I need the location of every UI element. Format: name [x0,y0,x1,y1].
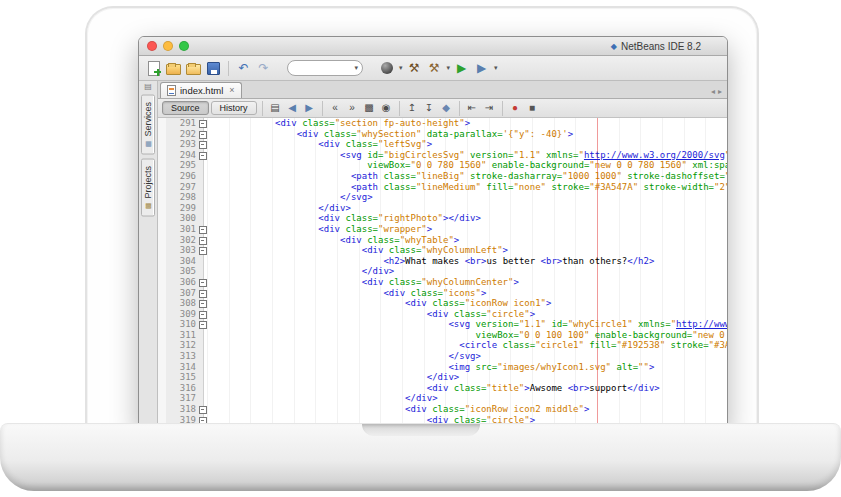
fold-margin [199,372,207,383]
line-number: 295 [158,160,199,171]
code-fold-toggle[interactable] [199,298,207,309]
code-line: 298 </svg> [158,192,727,203]
previous-bookmark-icon[interactable]: ↥ [405,101,420,115]
project-configuration-icon[interactable] [378,60,395,77]
run-project-icon[interactable]: ▶ [453,60,470,77]
minimize-window-button[interactable] [163,41,173,51]
code-line: 292 <div class="whySection" data-paralla… [158,129,727,140]
incremental-search-icon[interactable]: ◉ [379,101,394,115]
fold-margin [199,192,207,203]
tab-scroll-right-icon[interactable]: ▸ [718,87,722,96]
zoom-window-button[interactable] [179,41,189,51]
line-number: 293 [158,139,199,150]
code-lines: 291 <div class="section fp-auto-height">… [158,118,727,425]
code-editor[interactable]: 291 <div class="section fp-auto-height">… [158,118,727,429]
toggle-highlight-search-icon[interactable]: ▩ [362,101,377,115]
code-line: 303 <div class="whyColumnLeft"> [158,245,727,256]
code-fold-toggle[interactable] [199,288,207,299]
open-project-icon[interactable] [185,60,202,77]
forward-icon[interactable]: ▶ [302,101,317,115]
quick-search-box[interactable]: ▾ [287,60,363,76]
fold-margin [199,340,207,351]
code-text: viewBox="0 0 100 100" enable-background=… [207,330,727,341]
line-number: 313 [158,351,199,362]
start-macro-recording-icon[interactable]: ● [508,101,523,115]
fold-margin [199,256,207,267]
code-fold-toggle[interactable] [199,139,207,150]
line-number: 292 [158,129,199,140]
sidebar-tab-projects[interactable]: ▩Projects [141,159,155,217]
left-panel-strip: ▤▦Services▩Projects [139,81,158,429]
close-window-button[interactable] [147,41,157,51]
code-fold-toggle[interactable] [199,224,207,235]
build-project-icon[interactable]: ⚒ [406,60,423,77]
toggle-bookmark-icon[interactable]: ◆ [439,101,454,115]
code-line: 306 <div class="whyColumnCenter"> [158,277,727,288]
toolbar-separator [399,101,400,116]
save-all-icon[interactable] [205,60,222,77]
find-next-occurrence-icon[interactable]: » [345,101,360,115]
line-number: 309 [158,309,199,320]
code-text: <path class="lineBig" stroke-dasharray="… [207,171,727,182]
fold-margin [199,182,207,193]
code-text: <h2>What makes <br>us better <br>than ot… [207,256,727,267]
fold-margin [199,171,207,182]
tab-close-icon[interactable]: × [229,86,234,95]
line-number: 291 [158,118,199,129]
main-toolbar: ↶↷▾▾⚒⚒▾▶▶▾ [139,56,727,81]
clean-build-project-icon[interactable]: ⚒ [426,60,443,77]
code-fold-toggle[interactable] [199,118,207,129]
last-edit-position-icon[interactable]: ▤ [268,101,283,115]
new-project-icon[interactable] [165,60,182,77]
line-number: 312 [158,340,199,351]
toolbar-separator [502,101,503,116]
redo-icon[interactable]: ↷ [255,60,272,77]
code-fold-toggle[interactable] [199,404,207,415]
minimized-windows-icon[interactable]: ▤ [144,83,152,91]
stop-macro-recording-icon[interactable]: ■ [525,101,540,115]
code-fold-toggle[interactable] [199,277,207,288]
code-line: 293 <div class="leftSvg"> [158,139,727,150]
fold-margin [199,351,207,362]
history-view-button[interactable]: History [211,101,257,115]
next-bookmark-icon[interactable]: ↧ [422,101,437,115]
back-icon[interactable]: ◀ [285,101,300,115]
code-fold-toggle[interactable] [199,245,207,256]
code-text: </div> [207,372,727,383]
line-number: 308 [158,298,199,309]
undo-icon[interactable]: ↶ [235,60,252,77]
netbeans-logo-icon: ◆ [611,42,617,51]
code-text: <div class="icons"> [207,288,727,299]
code-fold-toggle[interactable] [199,319,207,330]
code-fold-toggle[interactable] [199,235,207,246]
code-text: viewBox="0 0 780 1560" enable-background… [207,160,727,171]
laptop-mockup: ◆NetBeans IDE 8.2 ↶↷▾▾⚒⚒▾▶▶▾ ▤▦Services▩… [0,0,841,497]
fold-margin [199,160,207,171]
editor-tab-index-html[interactable]: index.html× [160,82,242,98]
code-text: <div class="rightPhoto"></div> [207,213,727,224]
shift-line-left-icon[interactable]: ⇤ [465,101,480,115]
code-line: 305 </div> [158,266,727,277]
code-text: </svg> [207,351,727,362]
line-number: 298 [158,192,199,203]
find-previous-occurrence-icon[interactable]: « [328,101,343,115]
code-fold-toggle[interactable] [199,129,207,140]
new-file-icon[interactable] [145,60,162,77]
dropdown-arrow-icon: ▾ [399,64,403,72]
sidebar-tab-services[interactable]: ▦Services [141,95,155,155]
code-line: 295 viewBox="0 0 780 1560" enable-backgr… [158,160,727,171]
code-fold-toggle[interactable] [199,309,207,320]
shift-line-right-icon[interactable]: ⇥ [482,101,497,115]
toolbar-separator [228,61,229,76]
window-title: ◆NetBeans IDE 8.2 [611,37,701,55]
fold-margin [199,213,207,224]
code-text: <img src="images/whyIcon1.svg" alt=""> [207,362,727,373]
toolbar-separator [322,101,323,116]
source-view-button[interactable]: Source [162,101,209,115]
line-number: 316 [158,383,199,394]
tab-scroll-left-icon[interactable]: ◂ [711,87,715,96]
projects-icon: ▩ [145,201,152,209]
code-fold-toggle[interactable] [199,150,207,161]
fold-margin [199,266,207,277]
debug-project-icon[interactable]: ▶ [473,60,490,77]
